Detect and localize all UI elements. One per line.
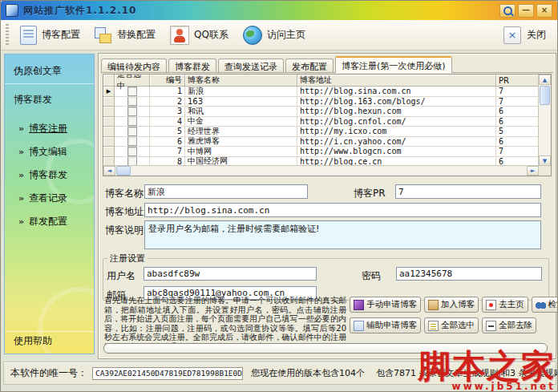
title-bar: 网站推广软件1.1.2.10 — ×: [1, 1, 557, 20]
row-checkbox-cell[interactable]: [115, 117, 150, 127]
sidebar: 伪原创文章 博客群发 » 博客注册 » 博文编辑 » 博客群发 » 查看记录 »…: [4, 54, 95, 354]
blog-name-field[interactable]: [144, 184, 308, 199]
sidebar-item-mass-post-config[interactable]: » 群发配置: [18, 215, 67, 228]
header-name[interactable]: 博客名称: [185, 75, 297, 87]
horizontal-scroll-thumb[interactable]: [116, 166, 131, 176]
blog-desc-field[interactable]: 登录用户名为邮箱，注册时候需要邮箱验证!: [144, 220, 541, 249]
row-selector-cell: [103, 127, 115, 137]
scroll-track[interactable]: [131, 166, 527, 176]
minimize-button[interactable]: —: [518, 4, 534, 18]
vertical-scrollbar[interactable]: ▲ ▼: [538, 75, 551, 166]
select-all-icon: [428, 321, 439, 331]
cell-blog-url: http://my.icxo.com: [297, 127, 496, 137]
select-all-button[interactable]: 全部选中: [424, 317, 479, 333]
table-row[interactable]: 2 163 http://blog.163.com/blogs/ 7: [103, 97, 539, 107]
table-row[interactable]: 3 和讯 http://blog.hexun.com 6: [103, 107, 539, 117]
row-checkbox[interactable]: [127, 107, 137, 116]
table-row[interactable]: 4 中金 http://blog.cnfol.com/ 6: [103, 117, 539, 127]
visit-home-label: 访问主页: [267, 28, 305, 42]
scroll-up-icon[interactable]: ▲: [539, 75, 551, 85]
go-home-label: 去主页: [499, 299, 524, 310]
qq-contact-button[interactable]: QQ联系: [165, 23, 238, 47]
visit-home-button[interactable]: 访问主页: [238, 23, 315, 47]
search-pr-button[interactable]: 检索PR: [532, 297, 558, 313]
deselect-all-button[interactable]: 全部去除: [482, 317, 536, 333]
scrollbar-corner: [539, 166, 551, 176]
tab-edit-pending[interactable]: 编辑待发内容: [101, 59, 167, 72]
search-pr-label: 检索PR: [548, 299, 558, 310]
username-field[interactable]: [144, 267, 317, 281]
row-checkbox-cell[interactable]: [115, 137, 150, 148]
tab-blog-register[interactable]: 博客注册(第一次使用必做): [335, 56, 452, 73]
sidebar-item-label: 查看记录: [29, 192, 67, 205]
table-row[interactable]: 7 中博网 http://www.blogcn.com 7: [103, 147, 539, 157]
go-home-button[interactable]: 去主页: [482, 297, 528, 313]
register-settings-group: 注册设置 用户名 密码 邮箱: [103, 253, 549, 301]
assist-apply-button[interactable]: 辅助申请博客: [350, 317, 421, 333]
row-checkbox[interactable]: [127, 137, 137, 147]
row-selector-cell: ▶: [103, 87, 115, 97]
password-field[interactable]: [396, 267, 542, 281]
blog-pr-field[interactable]: [395, 184, 541, 199]
scroll-right-icon[interactable]: ►: [527, 166, 539, 176]
row-checkbox-cell[interactable]: [115, 147, 150, 157]
row-checkbox-cell[interactable]: [115, 87, 150, 97]
tab-blog-mass-post[interactable]: 博客群发: [168, 59, 216, 72]
qq-contact-label: QQ联系: [194, 28, 228, 42]
header-url[interactable]: 博客地址: [297, 75, 496, 87]
row-checkbox[interactable]: [127, 117, 137, 127]
unique-id-value[interactable]: CA392AE021450D47819ED781998B1E0D: [92, 367, 243, 380]
sidebar-item-blog-mass-post[interactable]: » 博客群发: [18, 168, 67, 182]
action-buttons: 手动申请博客 加入博客 去主页 检索PR 辅助申请博客: [350, 297, 552, 338]
row-selector-cell: [103, 147, 115, 157]
close-window-button[interactable]: ×: [536, 4, 552, 18]
manual-apply-icon: [354, 300, 364, 310]
close-app-button[interactable]: × 关闭: [503, 26, 546, 44]
sidebar-item-post-edit[interactable]: » 博文编辑: [18, 145, 67, 159]
sidebar-item-blog-register[interactable]: » 博客注册: [18, 122, 67, 135]
row-selector-cell: [103, 107, 115, 117]
sidebar-group-pseudo-original[interactable]: 伪原创文章: [14, 64, 62, 78]
row-checkbox[interactable]: [127, 97, 137, 107]
table-row[interactable]: 5 经理世界 http://my.icxo.com 5: [103, 127, 539, 137]
table-row[interactable]: ▶ 1 新浪 http://blog.sina.com.cn 7: [103, 87, 539, 97]
header-number[interactable]: 编号: [150, 75, 185, 87]
row-checkbox-cell[interactable]: [115, 127, 150, 137]
toolbar-grip[interactable]: [6, 24, 9, 46]
manual-apply-label: 手动申请博客: [366, 299, 417, 310]
row-checkbox-cell[interactable]: [115, 107, 150, 117]
replace-config-button[interactable]: 替换配置: [90, 24, 165, 46]
sidebar-group-blog-mass-post[interactable]: 博客群发: [14, 93, 52, 107]
zoom-icon[interactable]: [499, 4, 516, 18]
row-checkbox[interactable]: [127, 87, 137, 96]
row-checkbox-cell[interactable]: [115, 97, 150, 107]
cell-blog-name: 163: [185, 97, 297, 107]
blog-pr-label: 博客PR: [354, 187, 386, 200]
table-row[interactable]: 6 雅虎博客 http://i.cn.yahoo.com/ 6: [103, 137, 539, 148]
tab-query-send-records[interactable]: 查询发送记录: [218, 59, 284, 72]
chevron-right-icon: »: [18, 216, 24, 227]
table-scroll-area: 是否选中 编号 博客名称 博客地址 PR ▶ 1 新浪 http://blog.…: [103, 75, 539, 166]
horizontal-scrollbar[interactable]: ◄ ►: [103, 165, 539, 176]
cell-blog-url: http://i.cn.yahoo.com/: [297, 137, 496, 148]
qq-contact-icon: [170, 26, 189, 45]
join-blog-button[interactable]: 加入博客: [424, 297, 479, 313]
header-pr[interactable]: PR: [496, 75, 539, 87]
manual-apply-button[interactable]: 手动申请博客: [350, 297, 421, 313]
row-checkbox[interactable]: [127, 147, 137, 156]
vertical-scroll-thumb[interactable]: [540, 86, 550, 105]
scroll-left-icon[interactable]: ◄: [103, 166, 115, 176]
sidebar-item-view-records[interactable]: » 查看记录: [18, 192, 67, 205]
cell-number: 3: [150, 107, 185, 117]
sidebar-item-label: 博文编辑: [29, 145, 67, 159]
header-selected[interactable]: 是否选中: [115, 75, 150, 87]
sidebar-item-help[interactable]: 使用帮助: [14, 334, 52, 348]
row-checkbox[interactable]: [127, 127, 137, 136]
tab-publish-config[interactable]: 发布配置: [285, 59, 334, 72]
blog-config-button[interactable]: 博客配置: [15, 23, 90, 47]
replace-config-icon: [95, 26, 112, 44]
go-home-icon: [486, 300, 496, 310]
join-blog-label: 加入博客: [441, 299, 475, 310]
blog-url-field[interactable]: [144, 203, 541, 217]
scroll-down-icon[interactable]: ▼: [539, 156, 551, 166]
